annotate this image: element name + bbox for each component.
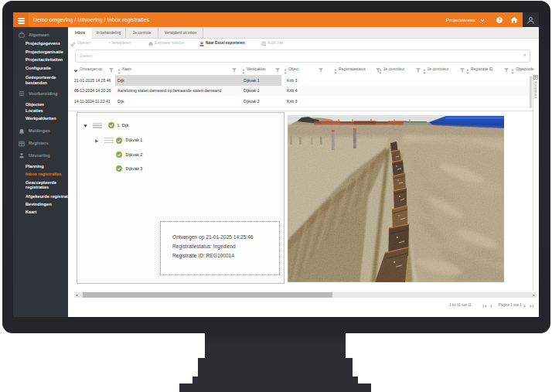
svg-text:?: ? — [498, 18, 501, 22]
